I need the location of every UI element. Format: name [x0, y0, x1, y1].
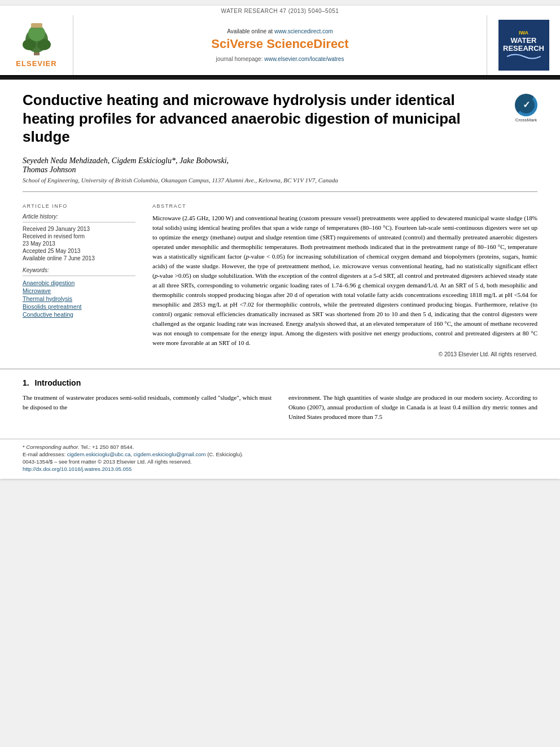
- keyword-3[interactable]: Thermal hydrolysis: [23, 295, 135, 302]
- water-research-logo-box: IWA WATERRESEARCH: [487, 15, 560, 75]
- affiliation: School of Engineering, University of Bri…: [23, 177, 537, 184]
- journal-bar: WATER RESEARCH 47 (2013) 5040–5051: [0, 6, 560, 15]
- header-section: ELSEVIER Available online at www.science…: [0, 15, 560, 76]
- date-accepted: Accepted 25 May 2013: [23, 248, 135, 254]
- elsevier-tree-icon: [17, 23, 56, 57]
- journal-homepage-link[interactable]: www.elsevier.com/locate/watres: [264, 56, 344, 62]
- keywords-label: Keywords:: [23, 267, 135, 273]
- sciencedirect-text: ScienceDirect: [263, 37, 349, 51]
- keyword-2[interactable]: Microwave: [23, 287, 135, 294]
- divider-line: [23, 191, 537, 192]
- crossmark-svg: ✓: [517, 96, 535, 114]
- journal-homepage: journal homepage: www.elsevier.com/locat…: [216, 56, 344, 62]
- article-title: Conductive heating and microwave hydroly…: [23, 91, 485, 146]
- journal-citation: WATER RESEARCH 47 (2013) 5040–5051: [221, 8, 339, 14]
- issn-note: 0043-1354/$ – see front matter © 2013 El…: [23, 458, 537, 465]
- authors-names: Seyedeh Neda Mehdizadeh, Cigdem Eskiciog…: [23, 156, 537, 174]
- left-column: ARTICLE INFO Article history: Received 2…: [23, 203, 135, 358]
- intro-title-text: Introduction: [35, 378, 81, 387]
- corresponding-author-note: * Corresponding author. Tel.: +1 250 807…: [23, 444, 537, 450]
- wr-title: WATERRESEARCH: [503, 37, 544, 53]
- intro-title: 1. Introduction: [23, 378, 537, 387]
- header-center: Available online at www.sciencedirect.co…: [73, 15, 487, 75]
- sciverse-logo: SciVerse ScienceDirect: [211, 37, 348, 51]
- section-number: 1.: [23, 378, 29, 387]
- intro-two-col: The treatment of wastewater produces sem…: [23, 393, 537, 422]
- wave-icon: [507, 53, 541, 60]
- date-revised: 23 May 2013: [23, 241, 135, 247]
- history-divider: [23, 222, 135, 222]
- email-note: E-mail addresses: cigdem.eskicioglu@ubc.…: [23, 451, 537, 457]
- history-label: Article history:: [23, 213, 135, 220]
- elsevier-logo-box: ELSEVIER: [0, 15, 73, 75]
- crossmark-icon: ✓: [515, 94, 537, 116]
- keywords-divider: [23, 276, 135, 276]
- article-info-abstract: ARTICLE INFO Article history: Received 2…: [0, 198, 560, 369]
- article-history-group: Article history: Received 29 January 201…: [23, 213, 135, 261]
- keyword-5[interactable]: Conductive heating: [23, 311, 135, 318]
- water-research-logo: IWA WATERRESEARCH: [498, 20, 549, 71]
- elsevier-brand: ELSEVIER: [16, 59, 56, 68]
- crossmark-label: CrossMark: [515, 117, 537, 123]
- doi-link[interactable]: http://dx.doi.org/10.1016/j.watres.2013.…: [23, 466, 132, 472]
- abstract-heading: ABSTRACT: [152, 203, 537, 209]
- footer-notes: * Corresponding author. Tel.: +1 250 807…: [0, 439, 560, 479]
- intro-left-col: The treatment of wastewater produces sem…: [23, 393, 272, 422]
- intro-right-col: environment. The high quantities of wast…: [288, 393, 537, 422]
- iwa-label: IWA: [519, 30, 528, 36]
- keyword-4[interactable]: Biosolids pretreatment: [23, 303, 135, 310]
- authors-section: Seyedeh Neda Mehdizadeh, Cigdem Eskiciog…: [0, 152, 560, 186]
- date-online: Available online 7 June 2013: [23, 255, 135, 261]
- sciencedirect-link[interactable]: www.sciencedirect.com: [274, 28, 333, 34]
- email-link-1[interactable]: cigdem.eskicioglu@ubc.ca: [67, 451, 131, 457]
- page: WATER RESEARCH 47 (2013) 5040–5051 ELSEV…: [0, 6, 560, 479]
- right-column: ABSTRACT Microwave (2.45 GHz, 1200 W) an…: [152, 203, 537, 358]
- available-online-text: Available online at www.sciencedirect.co…: [227, 28, 333, 34]
- sciverse-text: SciVerse: [211, 37, 263, 51]
- svg-text:✓: ✓: [523, 100, 530, 110]
- introduction-section: 1. Introduction The treatment of wastewa…: [0, 369, 560, 433]
- svg-rect-6: [31, 23, 42, 28]
- email-link-2[interactable]: cigdem.eskicioglu@gmail.com: [134, 451, 206, 457]
- abstract-text: Microwave (2.45 GHz, 1200 W) and convent…: [152, 213, 537, 348]
- keyword-1[interactable]: Anaerobic digestion: [23, 279, 135, 286]
- title-section: Conductive heating and microwave hydroly…: [0, 80, 560, 152]
- date-revised-label: Received in revised form: [23, 233, 135, 239]
- date-received: Received 29 January 2013: [23, 226, 135, 232]
- crossmark-box: ✓ CrossMark: [515, 94, 537, 123]
- keywords-group: Keywords: Anaerobic digestion Microwave …: [23, 267, 135, 318]
- copyright-line: © 2013 Elsevier Ltd. All rights reserved…: [152, 351, 537, 357]
- doi-note: http://dx.doi.org/10.1016/j.watres.2013.…: [23, 466, 537, 472]
- article-info-heading: ARTICLE INFO: [23, 203, 135, 209]
